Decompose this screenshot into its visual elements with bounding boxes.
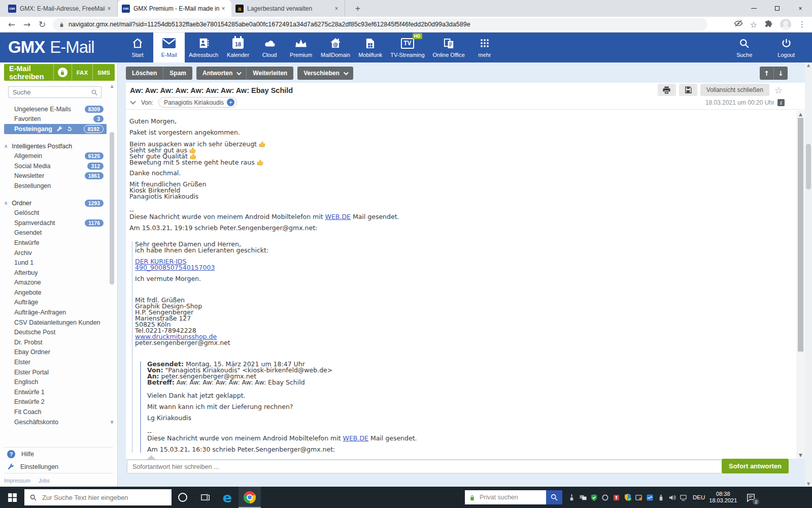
nav-item-kalender[interactable]: 18Kalender (222, 33, 254, 62)
taskbar-search-input[interactable] (41, 493, 166, 502)
secure-compose-button[interactable] (53, 64, 72, 81)
task-view-button[interactable] (194, 487, 216, 508)
ethernet-icon[interactable] (679, 493, 688, 502)
browser-tab[interactable]: GMXGMX: E-Mail-Adresse, FreeMail, D× (4, 0, 118, 17)
close-fullview-button[interactable]: Vollansicht schließen (700, 84, 769, 96)
nav-item-maildomain[interactable]: @MailDomain (317, 33, 354, 62)
dropdown-chevron-icon[interactable] (236, 70, 242, 75)
forward-icon[interactable]: → (19, 19, 35, 29)
nav-item-online-office[interactable]: Online Office (429, 33, 469, 62)
scrollbar-thumb[interactable] (798, 118, 803, 352)
scroll-down-icon[interactable]: ▼ (805, 482, 812, 486)
sidebar-item-englisch[interactable]: Englisch (0, 377, 107, 387)
taskbar-search[interactable] (24, 489, 172, 505)
sidebar-item-bestellungen[interactable]: Bestellungen (0, 181, 107, 191)
update-icon[interactable] (634, 493, 643, 502)
weiterleiten-button[interactable]: Weiterleiten (247, 67, 293, 80)
tab-close-icon[interactable]: × (105, 5, 113, 12)
verschieben-button[interactable]: Verschieben (297, 67, 353, 80)
nav-item-suche[interactable]: Suche (732, 33, 756, 62)
scroll-up-icon[interactable]: ▲ (796, 112, 805, 117)
sidebar-item-afterbuy[interactable]: Afterbuy (0, 268, 107, 278)
edge-button[interactable]: e (216, 487, 239, 508)
sidebar-item-amazone[interactable]: Amazone (0, 278, 107, 288)
browser-tab[interactable]: GMXGMX Premium - E-Mail made in × (118, 0, 231, 17)
impressum-link[interactable]: Impressum (4, 478, 30, 484)
next-mail-button[interactable]: ↓ (774, 67, 788, 80)
window-restore-button[interactable] (765, 0, 789, 17)
sidebar-item-spamverdacht[interactable]: Spamverdacht1176 (0, 218, 107, 228)
folder-section-intelligentes-postfach[interactable]: ∧Intelligentes Postfach (0, 141, 107, 151)
sidebar-item-favoriten[interactable]: Favoriten3 (0, 114, 107, 124)
nav-item-premium[interactable]: Premium (285, 33, 317, 62)
sidebar-item-posteingang[interactable]: Posteingang8192 (4, 124, 107, 134)
mail-link[interactable]: 490_9008507540157003 (135, 264, 215, 271)
browser-menu-icon[interactable]: ⋮ (798, 20, 806, 29)
browser-tab[interactable]: aLagerbestand verwalten× (231, 0, 345, 17)
chrome-button[interactable] (239, 487, 261, 508)
address-bar[interactable]: navigator.gmx.net/mail?sid=11254db5132ff… (53, 18, 707, 30)
collapse-chevron-icon[interactable]: ∧ (4, 200, 8, 206)
sidebar-item-entw-rfe[interactable]: Entwürfe (0, 238, 107, 248)
sidebar-help[interactable]: ? Hilfe (0, 448, 117, 460)
extensions-icon[interactable] (764, 19, 773, 30)
save-button[interactable] (679, 84, 697, 96)
favorite-star-icon[interactable]: ☆ (774, 85, 783, 96)
cortana-button[interactable] (172, 487, 194, 508)
add-contact-icon[interactable]: + (227, 99, 234, 106)
mail-link[interactable]: WEB.DE (325, 213, 351, 220)
folder-section-ordner[interactable]: ∧Ordner1293 (0, 198, 107, 208)
nav-item-mobilfunk[interactable]: Mobilfunk (354, 33, 386, 62)
remote-icon[interactable] (579, 493, 587, 502)
nav-item-adressbuch[interactable]: Adressbuch (185, 33, 222, 62)
dropdown-chevron-icon[interactable] (344, 70, 349, 75)
l-schen-button[interactable]: Löschen (126, 67, 163, 80)
privat-suchen-button[interactable] (546, 490, 562, 504)
tab-close-icon[interactable]: × (332, 5, 341, 12)
scroll-down-icon[interactable]: ▼ (109, 420, 115, 425)
sidebar-item-dr-probst[interactable]: Dr. Probst (0, 337, 107, 347)
preview-hidden-icon[interactable] (734, 19, 743, 30)
sidebar-item-newsletter[interactable]: Newsletter1861 (0, 171, 107, 181)
compose-button[interactable]: E-Mail schreiben FAX SMS (4, 64, 115, 81)
profile-avatar[interactable] (780, 19, 791, 30)
info-icon[interactable]: i (777, 99, 785, 106)
sidebar-item-auftr-ge-anfragen[interactable]: Aufträge-Anfragen (0, 307, 107, 318)
sidebar-item-csv-dateianleitungen-kunden[interactable]: CSV Dateianleitungen Kunden (0, 318, 107, 328)
sidebar-item-allgemein[interactable]: Allgemein6125 (0, 151, 107, 161)
nav-item-tv-streaming[interactable]: TVHDTV-Streaming (386, 33, 428, 62)
collapse-chevron-icon[interactable]: ∧ (4, 143, 8, 149)
sms-button[interactable]: SMS (92, 64, 115, 81)
window-minimize-button[interactable] (742, 0, 765, 17)
nav-item-logout[interactable]: Logout (773, 33, 799, 62)
sidebar-item-gesch-ftskonto[interactable]: Geschäftskonto (0, 417, 107, 427)
print-button[interactable] (658, 84, 676, 96)
shield-check-icon[interactable] (590, 493, 598, 502)
privat-suchen-box[interactable]: Privat suchen (465, 490, 546, 504)
taskbar-clock[interactable]: 08:38 18.03.2021 (709, 491, 737, 504)
ssl-lock-icon[interactable] (59, 21, 64, 28)
start-button[interactable] (0, 487, 24, 508)
page-scrollbar[interactable]: ▲ ▼ (805, 62, 812, 487)
sidebar-scrollbar[interactable]: ▲ ▼ (109, 84, 115, 431)
sidebar-item-auftr-ge[interactable]: Aufträge (0, 298, 107, 308)
mail-link[interactable]: WEB.DE (343, 434, 368, 442)
wrench-icon[interactable] (56, 126, 62, 132)
sidebar-item-fit-coach[interactable]: Fit Coach (0, 407, 107, 417)
scrollbar-thumb[interactable] (806, 144, 811, 189)
volume-icon[interactable] (668, 493, 676, 502)
antworten-button[interactable]: Antworten (196, 67, 247, 80)
sidebar-item-angebote[interactable]: Angebote (0, 288, 107, 298)
sidebar-item-social-media[interactable]: Social Media312 (0, 161, 107, 171)
defender-icon[interactable] (623, 493, 632, 502)
tab-close-icon[interactable]: × (219, 5, 227, 12)
action-center-button[interactable]: 2 (744, 491, 757, 504)
sender-pill[interactable]: Panagiotis Kiriakoudis + (158, 97, 237, 108)
sidebar-item-ebay-ordner[interactable]: Ebay Ordner (0, 347, 107, 358)
back-icon[interactable]: ← (4, 19, 19, 29)
collapse-chevron-icon[interactable] (130, 99, 136, 104)
jobs-link[interactable]: Jobs (39, 478, 50, 484)
sidebar-item-entw-rfe-2[interactable]: Entwürfe 2 (0, 397, 107, 407)
bookmark-star-icon[interactable]: ☆ (750, 20, 757, 29)
monitor-blue-icon[interactable] (646, 493, 654, 502)
